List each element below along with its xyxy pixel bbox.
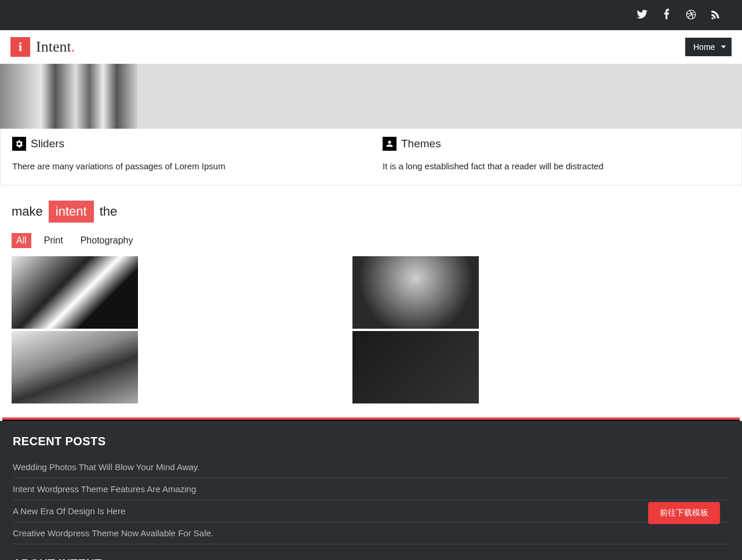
dribbble-icon[interactable] — [685, 9, 697, 22]
header: i Intent. Home — [0, 30, 742, 64]
sliders-text: There are many variations of passages of… — [12, 161, 359, 171]
recent-post-item[interactable]: Intent Wordpress Theme Features Are Amaz… — [13, 478, 729, 500]
logo-badge: i — [10, 37, 30, 57]
twitter-icon[interactable] — [636, 9, 648, 22]
recent-post-item[interactable]: Wedding Photos That Will Blow Your Mind … — [13, 456, 729, 478]
gallery-thumb[interactable] — [352, 331, 479, 403]
hero-image — [0, 64, 742, 129]
gallery-thumb[interactable] — [352, 256, 479, 329]
filter-all[interactable]: All — [12, 233, 31, 248]
download-template-button[interactable]: 前往下载模板 — [648, 502, 720, 524]
sliders-title: Sliders — [31, 137, 64, 150]
gear-icon — [12, 137, 26, 151]
nav-dropdown[interactable]: Home — [685, 38, 732, 56]
nav-select[interactable]: Home — [685, 38, 732, 56]
logo-text: Intent. — [36, 38, 75, 56]
recent-post-item[interactable]: Creative Wordpress Theme Now Available F… — [13, 522, 729, 544]
gallery — [0, 250, 742, 417]
gallery-thumb[interactable] — [12, 256, 138, 329]
recent-posts-list: Wedding Photos That Will Blow Your Mind … — [13, 456, 729, 544]
about-title: ABOUT INTENT — [13, 557, 729, 560]
recent-post-item[interactable]: A New Era Of Design Is Here — [13, 500, 729, 522]
intent-tagline: make intent the — [0, 186, 742, 227]
sliders-panel: Sliders There are many variations of pas… — [1, 129, 371, 185]
rss-icon[interactable] — [710, 9, 721, 22]
gallery-thumb[interactable] — [12, 331, 138, 403]
filter-print[interactable]: Print — [39, 233, 68, 248]
themes-panel: Themes It is a long established fact tha… — [371, 129, 741, 185]
gallery-filters: AllPrintPhotography — [0, 227, 742, 250]
footer: RECENT POSTS Wedding Photos That Will Bl… — [0, 421, 742, 560]
intent-highlight: intent — [49, 201, 94, 223]
feature-panel: Sliders There are many variations of pas… — [0, 129, 742, 186]
themes-text: It is a long established fact that a rea… — [383, 161, 730, 171]
filter-photography[interactable]: Photography — [76, 233, 138, 248]
user-icon — [383, 137, 397, 151]
top-social-bar — [0, 0, 742, 30]
recent-posts-title: RECENT POSTS — [13, 435, 729, 448]
themes-title: Themes — [401, 137, 441, 150]
logo[interactable]: i Intent. — [10, 37, 75, 57]
facebook-icon[interactable] — [661, 9, 672, 22]
